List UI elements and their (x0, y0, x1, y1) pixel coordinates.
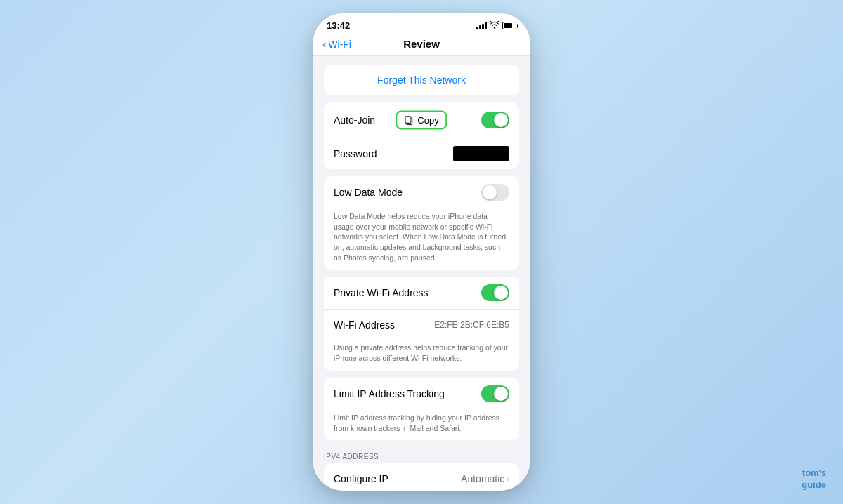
status-time: 13:42 (327, 20, 350, 31)
phone-frame: 13:42 ‹ Wi-Fi (313, 13, 530, 491)
configure-ip-label: Configure IP (334, 473, 388, 484)
limit-ip-section: Limit IP Address Tracking Limit IP addre… (324, 378, 519, 440)
status-bar: 13:42 (313, 13, 530, 35)
low-data-description: Low Data Mode helps reduce your iPhone d… (324, 208, 519, 270)
nav-bar: ‹ Wi-Fi Review (313, 35, 530, 56)
copy-icon (404, 115, 414, 125)
configure-ip-row[interactable]: Configure IP Automatic › (324, 463, 519, 491)
ipv4-group: Configure IP Automatic › IP Address 10.4… (324, 463, 519, 491)
configure-ip-chevron-icon: › (506, 473, 509, 484)
forget-network-label: Forget This Network (377, 74, 466, 86)
password-value (453, 146, 509, 161)
ipv4-label: IPV4 ADDRESS (313, 447, 530, 463)
battery-icon (502, 22, 516, 29)
limit-ip-row: Limit IP Address Tracking (324, 378, 519, 410)
private-wifi-row: Private Wi-Fi Address (324, 277, 519, 309)
wifi-address-row: Wi-Fi Address E2:FE:2B:CF:6E:B5 (324, 309, 519, 340)
wifi-address-label: Wi-Fi Address (334, 319, 395, 331)
ipv4-section: IPV4 ADDRESS Configure IP Automatic › IP… (313, 447, 530, 491)
auto-join-row: Auto-Join Copy (324, 102, 519, 138)
copy-button-label: Copy (417, 115, 438, 126)
auto-join-label: Auto-Join (334, 114, 375, 126)
private-wifi-toggle[interactable] (481, 284, 509, 301)
back-button[interactable]: ‹ Wi-Fi (322, 38, 351, 51)
nav-title: Review (403, 38, 440, 50)
copy-button[interactable]: Copy (396, 111, 447, 130)
content-scroll[interactable]: Forget This Network Auto-Join Copy (313, 56, 530, 491)
back-chevron-icon: ‹ (322, 38, 326, 51)
low-data-toggle[interactable] (481, 184, 509, 201)
private-wifi-section: Private Wi-Fi Address Wi-Fi Address E2:F… (324, 277, 519, 370)
svg-rect-1 (405, 116, 411, 123)
low-data-section: Low Data Mode Low Data Mode helps reduce… (324, 176, 519, 270)
signal-icon (476, 22, 487, 29)
wifi-status-icon (490, 21, 499, 30)
toms-guide-watermark: tom's guide (802, 467, 826, 491)
low-data-label: Low Data Mode (334, 187, 403, 198)
forget-network-section: Forget This Network (324, 65, 519, 95)
low-data-row: Low Data Mode (324, 176, 519, 208)
status-icons (476, 21, 516, 30)
private-wifi-description: Using a private address helps reduce tra… (324, 340, 519, 370)
password-row: Password (324, 138, 519, 169)
auto-join-section: Auto-Join Copy Password (324, 102, 519, 169)
limit-ip-label: Limit IP Address Tracking (334, 388, 445, 399)
private-wifi-label: Private Wi-Fi Address (334, 287, 429, 298)
password-label: Password (334, 148, 377, 159)
limit-ip-description: Limit IP address tracking by hiding your… (324, 410, 519, 440)
wifi-address-value: E2:FE:2B:CF:6E:B5 (434, 320, 509, 330)
limit-ip-toggle[interactable] (481, 385, 509, 402)
configure-ip-value: Automatic (461, 473, 504, 484)
forget-network-row[interactable]: Forget This Network (324, 65, 519, 95)
back-label: Wi-Fi (328, 39, 351, 50)
auto-join-toggle[interactable] (481, 112, 509, 128)
